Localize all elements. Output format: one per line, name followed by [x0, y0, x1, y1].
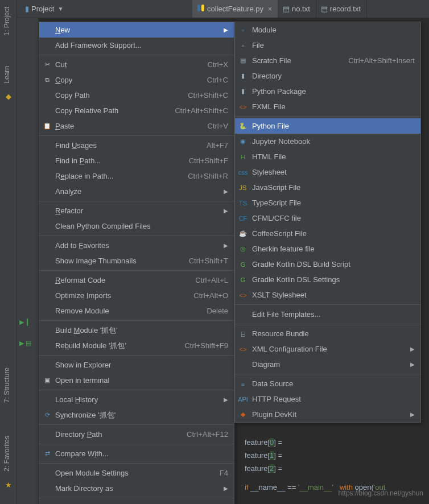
ctx-item-clean-python-compiled-files[interactable]: Clean Python Compiled Files: [39, 218, 234, 234]
ctx-item-copy-path[interactable]: Copy PathCtrl+Shift+C: [39, 88, 234, 103]
ctx-item-open-in-terminal[interactable]: ▣Open in terminal: [39, 373, 234, 388]
js-icon: JS: [238, 183, 248, 192]
tab-label: collectFeature.py: [207, 5, 263, 13]
rail-tab-learn[interactable]: Learn: [3, 63, 11, 87]
ctx-item-show-in-explorer[interactable]: Show in Explorer: [39, 357, 234, 373]
ctx-item-compare-with[interactable]: ⇄Compare With...: [39, 446, 234, 461]
ctx-item-find-in-path[interactable]: Find in Path...Ctrl+Shift+F: [39, 153, 234, 168]
new-item-coffeescript-file[interactable]: ☕CoffeeScript File: [235, 226, 420, 241]
ctx-item-build-module[interactable]: Build Module '抓包': [39, 323, 234, 338]
menu-item-label: Copy Path: [55, 91, 90, 100]
ctx-item-directory-path[interactable]: Directory PathCtrl+Alt+F12: [39, 427, 234, 442]
sync-icon: ⟳: [43, 411, 52, 420]
menu-item-label: FXML File: [252, 102, 286, 111]
chevron-right-icon: ▶: [410, 361, 415, 367]
ctx-item-add-to-favorites[interactable]: Add to Favorites▶: [39, 238, 234, 253]
new-item-gherkin-feature-file[interactable]: ◎Gherkin feature file: [235, 241, 420, 257]
new-item-data-source[interactable]: ≡Data Source: [235, 376, 420, 391]
rail-tab-structure[interactable]: 7: Structure: [3, 364, 11, 406]
new-item-xml-configuration-file[interactable]: <>XML Configuration File▶: [235, 341, 420, 357]
editor-tabs: collectFeature.py × ▤ no.txt ▤ record.tx…: [192, 0, 429, 18]
menu-separator: [39, 463, 234, 464]
ctx-item-show-image-thumbnails[interactable]: Show Image ThumbnailsCtrl+Shift+T: [39, 253, 234, 268]
ctx-item-remove-module[interactable]: Remove ModuleDelete: [39, 303, 234, 319]
menu-item-label: HTTP Request: [252, 395, 301, 403]
close-icon[interactable]: ×: [268, 5, 272, 13]
new-item-typescript-file[interactable]: TSTypeScript File: [235, 195, 420, 210]
menu-item-label: Module: [252, 26, 277, 34]
menu-item-label: Copy Relative Path: [55, 106, 118, 115]
new-item-javascript-file[interactable]: JSJavaScript File: [235, 180, 420, 195]
ctx-item-refactor[interactable]: Refactor▶: [39, 203, 234, 218]
ctx-item-synchronize[interactable]: ⟳Synchronize '抓包': [39, 407, 234, 423]
ctx-item-replace-in-path[interactable]: Replace in Path...Ctrl+Shift+R: [39, 168, 234, 184]
new-item-gradle-kotlin-dsl-build-script[interactable]: GGradle Kotlin DSL Build Script: [235, 257, 420, 272]
ctx-item-reformat-code[interactable]: Reformat CodeCtrl+Alt+L: [39, 272, 234, 288]
ctx-item-local-history[interactable]: Local History▶: [39, 392, 234, 407]
project-view-selector[interactable]: ▮ Project ▼: [20, 3, 68, 15]
rail-tab-favorites[interactable]: 2: Favorites: [3, 432, 11, 475]
fxml-icon: <>: [238, 102, 248, 111]
new-item-scratch-file[interactable]: ▤Scratch FileCtrl+Alt+Shift+Insert: [235, 53, 420, 68]
new-item-python-package[interactable]: ▮Python Package: [235, 84, 420, 99]
ctx-item-paste[interactable]: 📋PasteCtrl+V: [39, 118, 234, 134]
new-item-http-request[interactable]: APIHTTP Request: [235, 391, 420, 407]
new-item-gradle-kotlin-dsl-settings[interactable]: GGradle Kotlin DSL Settings: [235, 272, 420, 287]
menu-shortcut: Ctrl+Shift+R: [188, 172, 228, 180]
run-icon[interactable]: ▶ ▤: [19, 340, 31, 347]
ctx-item-find-usages[interactable]: Find UsagesAlt+F7: [39, 138, 234, 153]
project-icon: ▮: [25, 5, 29, 13]
new-item-fxml-file[interactable]: <>FXML File: [235, 99, 420, 114]
ctx-item-analyze[interactable]: Analyze▶: [39, 184, 234, 199]
new-item-cfml-cfc-file[interactable]: CFCFML/CFC file: [235, 210, 420, 226]
new-item-python-file[interactable]: 🐍Python File: [235, 118, 420, 134]
ctx-item-copy-relative-path[interactable]: Copy Relative PathCtrl+Alt+Shift+C: [39, 103, 234, 118]
ctx-item-optimize-imports[interactable]: Optimize ImportsCtrl+Alt+O: [39, 288, 234, 303]
ctx-item-mark-directory-as[interactable]: Mark Directory as▶: [39, 481, 234, 496]
ctx-item-cut[interactable]: ✂CutCtrl+X: [39, 57, 234, 72]
tab-no-txt[interactable]: ▤ no.txt: [278, 0, 316, 18]
new-item-html-file[interactable]: HHTML File: [235, 149, 420, 164]
ts-icon: TS: [238, 199, 248, 208]
tab-collectfeature[interactable]: collectFeature.py ×: [192, 0, 278, 18]
tab-record-txt[interactable]: ▤ record.txt: [316, 0, 367, 18]
ctx-item-rebuild-module[interactable]: Rebuild Module '抓包'Ctrl+Shift+F9: [39, 338, 234, 353]
chevron-right-icon: ▶: [224, 208, 228, 214]
ctx-item-copy[interactable]: ⧉CopyCtrl+C: [39, 72, 234, 88]
menu-item-label: Stylesheet: [252, 168, 287, 176]
run-icon[interactable]: ▶ ┃: [19, 319, 31, 326]
new-item-module[interactable]: ▫Module: [235, 22, 420, 38]
menu-item-label: Replace in Path...: [55, 172, 114, 180]
new-item-edit-file-templates[interactable]: Edit File Templates...: [235, 307, 420, 322]
menu-shortcut: Ctrl+Shift+C: [188, 91, 228, 100]
menu-item-label: Gherkin feature file: [252, 245, 315, 253]
ctx-item-new[interactable]: New▶: [39, 22, 234, 38]
menu-separator: [235, 324, 420, 324]
menu-item-label: Scratch File: [252, 56, 291, 65]
ctx-item-diagrams[interactable]: ⌗Diagrams▶: [39, 500, 234, 504]
pkg-icon: ▮: [238, 87, 248, 96]
text-icon: ▤: [283, 5, 290, 13]
rail-tab-project[interactable]: 1: Project: [3, 3, 11, 39]
new-item-file[interactable]: ▫File: [235, 38, 420, 53]
new-item-diagram[interactable]: Diagram▶: [235, 357, 420, 372]
ctx-item-open-module-settings[interactable]: Open Module SettingsF4: [39, 465, 234, 481]
cf-icon: CF: [238, 214, 248, 223]
menu-item-label: XSLT Stylesheet: [252, 291, 307, 299]
new-item-jupyter-notebook[interactable]: ◉Jupyter Notebook: [235, 134, 420, 149]
new-item-stylesheet[interactable]: cssStylesheet: [235, 164, 420, 180]
menu-shortcut: Ctrl+Alt+L: [195, 276, 228, 284]
python-icon: [197, 4, 205, 14]
new-item-plugin-devkit[interactable]: ◆Plugin DevKit▶: [235, 407, 420, 422]
new-item-resource-bundle[interactable]: ⌸Resource Bundle: [235, 326, 420, 341]
menu-separator: [235, 304, 420, 305]
gherkin-icon: ◎: [238, 245, 248, 254]
menu-item-label: JavaScript File: [252, 183, 300, 192]
menu-item-label: XML Configuration File: [252, 345, 327, 353]
new-item-directory[interactable]: ▮Directory: [235, 68, 420, 84]
menu-item-label: Diagram: [252, 360, 280, 369]
xslt-icon: <>: [238, 291, 248, 300]
new-item-xslt-stylesheet[interactable]: <>XSLT Stylesheet: [235, 287, 420, 303]
ctx-item-add-framework-support[interactable]: Add Framework Support...: [39, 38, 234, 53]
menu-item-label: Open in terminal: [55, 376, 109, 385]
